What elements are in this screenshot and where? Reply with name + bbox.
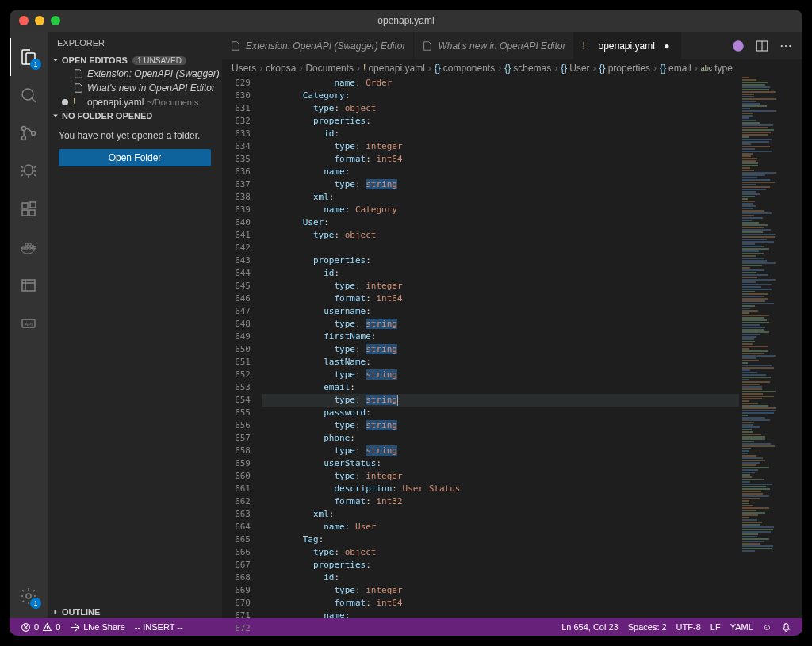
code-line[interactable]: xml: xyxy=(262,508,739,521)
breadcrumb-item[interactable]: abctype xyxy=(701,63,733,74)
breadcrumb[interactable]: Users›ckopsa›Documents›!openapi.yaml›{}c… xyxy=(222,59,802,77)
no-folder-label: NO FOLDER OPENED xyxy=(62,111,152,120)
open-editor-item[interactable]: What's new in OpenAPI Editor xyxy=(48,81,222,95)
breadcrumb-item[interactable]: Documents xyxy=(305,63,354,74)
circle-action-icon[interactable] xyxy=(731,39,745,53)
breadcrumb-item[interactable]: {}schemas xyxy=(504,63,551,74)
debug-icon[interactable] xyxy=(10,152,48,190)
code-line[interactable]: name: xyxy=(262,166,739,178)
status-encoding[interactable]: UTF-8 xyxy=(672,622,706,632)
code-line[interactable]: User: xyxy=(262,216,739,229)
code-line[interactable]: format: int64 xyxy=(262,597,739,610)
more-actions-icon[interactable] xyxy=(779,39,793,53)
code-line[interactable]: id: xyxy=(262,267,739,280)
code-line[interactable]: type: integer xyxy=(262,470,739,483)
docker-icon[interactable] xyxy=(10,228,48,266)
code-line[interactable]: format: int64 xyxy=(262,292,739,305)
search-icon[interactable] xyxy=(10,76,48,114)
minimap[interactable] xyxy=(739,77,802,618)
code-line[interactable]: format: int64 xyxy=(262,153,739,166)
openapi-icon[interactable] xyxy=(10,266,48,304)
code-line[interactable]: phone: xyxy=(262,432,739,445)
code-editor[interactable]: name: Order Category: type: object prope… xyxy=(262,77,739,618)
outline-header[interactable]: OUTLINE xyxy=(48,606,222,618)
code-line[interactable]: username: xyxy=(262,305,739,318)
code-line[interactable]: properties: xyxy=(262,559,739,571)
code-line[interactable]: type: integer xyxy=(262,280,739,292)
code-line[interactable]: Tag: xyxy=(262,533,739,546)
code-line[interactable]: type: string xyxy=(262,318,739,331)
code-line[interactable]: type: string xyxy=(262,178,739,191)
code-line[interactable]: xml: xyxy=(262,191,739,204)
code-line[interactable]: name: Order xyxy=(262,77,739,90)
status-eol[interactable]: LF xyxy=(706,622,726,632)
status-errors[interactable]: 0 0 xyxy=(16,618,65,636)
code-line[interactable]: type: string xyxy=(262,343,739,356)
breadcrumb-separator-icon: › xyxy=(554,63,557,74)
explorer-icon[interactable]: 1 xyxy=(10,38,48,76)
settings-icon[interactable]: 1 xyxy=(10,577,48,615)
code-line[interactable]: format: int32 xyxy=(262,495,739,508)
editor-tab[interactable]: !openapi.yaml● xyxy=(574,32,680,59)
code-line[interactable]: description: User Status xyxy=(262,483,739,495)
code-line[interactable]: password: xyxy=(262,407,739,419)
extensions-icon[interactable] xyxy=(10,190,48,228)
split-editor-icon[interactable] xyxy=(755,39,769,53)
breadcrumb-item[interactable]: ckopsa xyxy=(266,63,296,74)
close-window-button[interactable] xyxy=(19,16,29,25)
code-line[interactable]: type: integer xyxy=(262,140,739,153)
code-line[interactable]: id: xyxy=(262,571,739,584)
code-line[interactable]: name: Category xyxy=(262,204,739,216)
breadcrumb-item[interactable]: Users xyxy=(232,63,256,74)
code-line[interactable]: type: string xyxy=(262,369,739,381)
status-language[interactable]: YAML xyxy=(726,622,758,632)
traffic-lights xyxy=(10,16,60,25)
status-position[interactable]: Ln 654, Col 23 xyxy=(557,622,623,632)
code-line[interactable]: firstName: xyxy=(262,331,739,343)
open-editor-item[interactable]: Extension: OpenAPI (Swagger) Editor xyxy=(48,67,222,81)
code-line[interactable]: Category: xyxy=(262,90,739,102)
open-folder-button[interactable]: Open Folder xyxy=(59,149,211,166)
code-line[interactable]: id: xyxy=(262,128,739,140)
breadcrumb-item[interactable]: !openapi.yaml xyxy=(363,63,425,74)
breadcrumb-item[interactable]: {}User xyxy=(561,63,589,74)
open-editors-header[interactable]: OPEN EDITORS 1 UNSAVED xyxy=(48,54,222,67)
breadcrumb-item[interactable]: {}components xyxy=(435,63,495,74)
editor-tab[interactable]: What's new in OpenAPI Editor xyxy=(414,32,574,59)
code-line[interactable]: name: xyxy=(262,610,739,618)
breadcrumb-item[interactable]: {}properties xyxy=(599,63,650,74)
status-spaces[interactable]: Spaces: 2 xyxy=(623,622,672,632)
line-number: 630 xyxy=(222,90,251,102)
code-line[interactable]: name: User xyxy=(262,521,739,533)
source-control-icon[interactable] xyxy=(10,114,48,152)
no-folder-header[interactable]: NO FOLDER OPENED xyxy=(48,109,222,122)
editor-tab[interactable]: Extension: OpenAPI (Swagger) Editor xyxy=(222,32,414,59)
modified-dot-icon[interactable]: ● xyxy=(661,40,672,52)
code-line[interactable]: lastName: xyxy=(262,356,739,369)
status-vim-mode[interactable]: -- INSERT -- xyxy=(130,618,188,636)
minimize-window-button[interactable] xyxy=(35,16,44,25)
code-line[interactable]: type: string xyxy=(262,445,739,457)
code-line[interactable]: type: integer xyxy=(262,584,739,597)
code-line[interactable]: type: string xyxy=(262,419,739,432)
code-line[interactable]: properties: xyxy=(262,115,739,128)
breadcrumb-item[interactable]: {}email xyxy=(660,63,691,74)
line-number: 640 xyxy=(222,216,251,229)
code-line[interactable] xyxy=(262,242,739,254)
svg-point-0 xyxy=(22,89,33,100)
open-editor-item[interactable]: !openapi.yaml~/Documents xyxy=(48,95,222,109)
status-live-share[interactable]: Live Share xyxy=(65,618,130,636)
line-number: 661 xyxy=(222,483,251,495)
code-line[interactable]: type: object xyxy=(262,102,739,115)
line-number: 629 xyxy=(222,77,251,90)
code-line[interactable]: email: xyxy=(262,381,739,394)
code-line[interactable]: type: object xyxy=(262,546,739,559)
code-line[interactable]: type: object xyxy=(262,229,739,242)
status-feedback[interactable]: ☺ xyxy=(758,622,776,632)
code-line[interactable]: userStatus: xyxy=(262,457,739,470)
maximize-window-button[interactable] xyxy=(51,16,60,25)
api-icon[interactable]: API xyxy=(10,304,48,342)
code-line[interactable]: properties: xyxy=(262,254,739,267)
status-bell-icon[interactable] xyxy=(776,622,796,633)
code-line[interactable]: type: string xyxy=(262,394,739,407)
